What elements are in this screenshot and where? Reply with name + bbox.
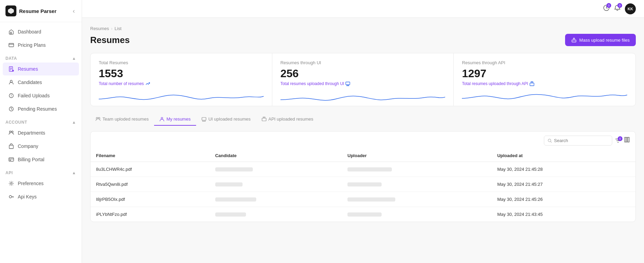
candidates-icon bbox=[8, 79, 14, 85]
sidebar-item-pricing[interactable]: Pricing Plans bbox=[3, 39, 79, 52]
svg-rect-26 bbox=[346, 82, 350, 85]
tab-bar: Team uploded resumes My resumes UI uploa… bbox=[90, 113, 636, 126]
sidebar-item-dashboard-label: Dashboard bbox=[18, 29, 41, 34]
tab-team-label: Team uploded resumes bbox=[102, 116, 149, 122]
cell-uploaded-at: May 30, 2024 21:43:45 bbox=[492, 207, 635, 222]
bell-icon-button[interactable]: 0 bbox=[614, 4, 621, 13]
departments-icon bbox=[8, 130, 14, 136]
svg-line-44 bbox=[551, 141, 552, 142]
breadcrumb-resumes: Resumes bbox=[90, 26, 109, 31]
sidebar-logo: Resume Parser ‹ bbox=[0, 0, 82, 22]
tab-ui-uploaded[interactable]: UI uploaded resumes bbox=[196, 113, 256, 126]
resumes-icon bbox=[8, 66, 14, 72]
stat-api-label: Resumes through API bbox=[462, 60, 627, 65]
account-section-header: Account ▲ bbox=[0, 116, 82, 126]
svg-point-35 bbox=[161, 117, 163, 119]
sidebar-item-pending-resumes[interactable]: Pending Resumes bbox=[3, 102, 79, 115]
stat-api-sub: Total resumes uploaded through API bbox=[462, 81, 627, 86]
pending-icon bbox=[8, 106, 14, 112]
api-keys-icon bbox=[8, 194, 14, 200]
cell-filename: iPLYbNtFzo.pdf bbox=[91, 207, 210, 222]
svg-point-33 bbox=[96, 117, 98, 119]
api-section-chevron: ▲ bbox=[72, 170, 76, 175]
columns-button[interactable] bbox=[624, 137, 630, 144]
svg-point-13 bbox=[10, 131, 11, 133]
sidebar-item-api-keys-label: Api Keys bbox=[18, 194, 37, 199]
resumes-table: Filename Candidate Uploader Uploaded at … bbox=[91, 150, 635, 222]
home-icon bbox=[8, 29, 14, 35]
cell-uploader bbox=[342, 162, 492, 177]
sidebar-item-departments[interactable]: Departments bbox=[3, 126, 79, 139]
svg-rect-45 bbox=[625, 137, 626, 142]
breadcrumb-list: List bbox=[114, 26, 121, 31]
cell-uploader bbox=[342, 207, 492, 222]
svg-rect-18 bbox=[10, 160, 11, 161]
tab-team-uploaded[interactable]: Team uploded resumes bbox=[90, 113, 154, 126]
cell-candidate bbox=[210, 162, 342, 177]
table-row[interactable]: I8jrPB5OIx.pdf May 30, 2024 21:45:26 bbox=[91, 192, 635, 207]
cell-candidate bbox=[210, 177, 342, 192]
bell-badge: 0 bbox=[617, 3, 622, 8]
svg-rect-36 bbox=[202, 117, 206, 120]
sidebar-item-departments-label: Departments bbox=[18, 130, 45, 136]
page-title: Resumes bbox=[90, 35, 130, 45]
topbar: 0 0 KK bbox=[82, 0, 644, 18]
breadcrumb-separator: › bbox=[111, 26, 112, 31]
sidebar-collapse-button[interactable]: ‹ bbox=[71, 6, 76, 16]
api-section-header: API ▲ bbox=[0, 166, 82, 177]
data-section-chevron: ▲ bbox=[72, 56, 76, 61]
stat-api-value: 1297 bbox=[462, 67, 627, 80]
stat-card-total: Total Resumes 1553 Total number of resum… bbox=[91, 53, 272, 106]
billing-icon bbox=[8, 156, 14, 163]
sidebar-item-company[interactable]: Company bbox=[3, 140, 79, 153]
sidebar-item-pending-resumes-label: Pending Resumes bbox=[18, 106, 57, 112]
sidebar-item-failed-uploads[interactable]: Failed Uploads bbox=[3, 89, 79, 102]
failed-uploads-icon bbox=[8, 93, 14, 99]
main-content: Resumes › List Resumes Mass upload resum… bbox=[82, 18, 644, 263]
history-badge: 0 bbox=[606, 3, 611, 8]
cell-uploader bbox=[342, 192, 492, 207]
sidebar-nav: Dashboard Pricing Plans Data ▲ Resumes C… bbox=[0, 22, 82, 263]
svg-point-14 bbox=[12, 131, 13, 133]
filter-button[interactable]: 0 bbox=[615, 138, 621, 144]
history-icon-button[interactable]: 0 bbox=[603, 4, 610, 13]
table-row[interactable]: Rtva5Qwn8i.pdf May 30, 2024 21:45:27 bbox=[91, 177, 635, 192]
cell-uploader bbox=[342, 177, 492, 192]
company-icon bbox=[8, 143, 14, 149]
tab-my-resumes[interactable]: My resumes bbox=[154, 113, 196, 126]
sidebar-item-api-keys[interactable]: Api Keys bbox=[3, 190, 79, 203]
stat-total-label: Total Resumes bbox=[99, 60, 264, 65]
sidebar-item-resumes[interactable]: Resumes bbox=[3, 63, 79, 75]
svg-rect-46 bbox=[626, 137, 628, 142]
sidebar-item-billing[interactable]: Billing Portal bbox=[3, 153, 79, 166]
breadcrumb: Resumes › List bbox=[90, 26, 636, 31]
tab-my-label: My resumes bbox=[166, 116, 191, 122]
table-row[interactable]: 8u3LCHWR4c.pdf May 30, 2024 21:45:28 bbox=[91, 162, 635, 177]
stat-card-api: Resumes through API 1297 Total resumes u… bbox=[454, 53, 635, 106]
search-box[interactable] bbox=[544, 136, 612, 146]
col-filename: Filename bbox=[91, 150, 210, 162]
svg-point-8 bbox=[10, 80, 12, 82]
cell-uploaded-at: May 30, 2024 21:45:28 bbox=[492, 162, 635, 177]
search-input[interactable] bbox=[554, 138, 608, 143]
cell-filename: 8u3LCHWR4c.pdf bbox=[91, 162, 210, 177]
stat-card-ui: Resumes through UI 256 Total resumes upl… bbox=[272, 53, 454, 106]
cell-candidate bbox=[210, 207, 342, 222]
stat-total-sub: Total number of resumes bbox=[99, 81, 264, 86]
user-avatar[interactable]: KK bbox=[625, 3, 636, 14]
table-row[interactable]: iPLYbNtFzo.pdf May 30, 2024 21:43:45 bbox=[91, 207, 635, 222]
app-logo-icon bbox=[5, 5, 16, 16]
sidebar-item-dashboard[interactable]: Dashboard bbox=[3, 25, 79, 38]
sidebar-item-preferences-label: Preferences bbox=[18, 181, 43, 186]
sidebar-item-candidates[interactable]: Candidates bbox=[3, 76, 79, 89]
tab-api-uploaded[interactable]: API uploaded resumes bbox=[256, 113, 319, 126]
stat-ui-label: Resumes through UI bbox=[280, 60, 446, 65]
preferences-icon bbox=[8, 180, 14, 186]
mass-upload-button[interactable]: Mass upload resume files bbox=[565, 34, 636, 46]
svg-rect-16 bbox=[9, 158, 14, 161]
svg-rect-30 bbox=[530, 83, 534, 86]
svg-rect-47 bbox=[628, 137, 629, 142]
cell-filename: Rtva5Qwn8i.pdf bbox=[91, 177, 210, 192]
sidebar-item-preferences[interactable]: Preferences bbox=[3, 177, 79, 190]
filter-badge: 0 bbox=[618, 136, 622, 141]
